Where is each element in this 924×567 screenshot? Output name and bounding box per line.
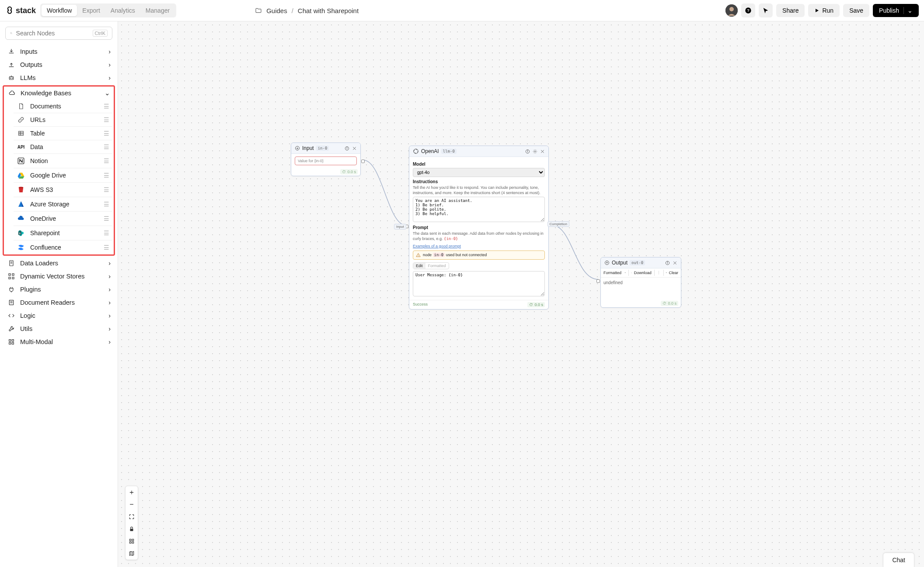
download-button[interactable]: Download [634,271,652,275]
code-icon [7,312,16,319]
folder-icon [255,7,262,14]
cat-logic[interactable]: Logic› [5,309,112,322]
kb-aws-s3[interactable]: AWS S3☰ [14,183,112,197]
svg-rect-23 [9,274,10,275]
close-icon[interactable] [673,261,677,265]
kb-documents[interactable]: Documents☰ [14,100,112,113]
view-tabs: Workflow Export Analytics Manager [40,3,176,17]
input-icon [295,146,300,151]
svg-rect-33 [12,342,14,344]
info-icon[interactable] [525,149,530,154]
tab-export[interactable]: Export [77,5,105,16]
save-button[interactable]: Save [843,4,869,17]
examples-link[interactable]: Examples of a good prompt [413,244,461,248]
tab-workflow[interactable]: Workflow [42,5,77,16]
canvas[interactable]: Input in-0 Value for {in-0} ⏱ 0.0 s Open… [118,21,924,567]
clear-button[interactable]: Clear [669,271,678,275]
kb-notion[interactable]: Notion☰ [14,154,112,168]
grid-button[interactable] [126,535,138,547]
node-input[interactable]: Input in-0 Value for {in-0} ⏱ 0.0 s [291,143,361,176]
warning-icon [416,253,421,257]
input-port[interactable] [596,279,600,283]
breadcrumb: Guides / Chat with Sharepoint [255,7,359,14]
fit-button[interactable] [126,511,138,523]
kb-confluence[interactable]: Confluence☰ [14,240,112,254]
chevron-down-icon: ⌄ [105,90,110,97]
kb-google-drive[interactable]: Google Drive☰ [14,168,112,183]
plugin-icon [7,286,16,293]
cat-data-loaders[interactable]: Data Loaders› [5,257,112,270]
svg-rect-31 [12,340,14,341]
svg-point-4 [10,32,12,34]
cat-llms[interactable]: LLMs› [5,71,112,84]
aws-s3-icon [16,186,26,194]
api-icon: API [16,145,26,150]
chat-button[interactable]: Chat [883,553,914,567]
svg-rect-9 [19,131,24,135]
info-icon[interactable] [665,261,670,265]
grid-icon [7,338,16,345]
table-icon [16,130,26,137]
cat-plugins[interactable]: Plugins› [5,283,112,296]
svg-rect-32 [9,342,11,344]
kb-azure-storage[interactable]: Azure Storage☰ [14,197,112,212]
shortcut-badge: CtrlK [93,30,108,37]
instructions-textarea[interactable]: You are an AI assistant. 1) Be brief. 2)… [413,197,545,222]
cursor-icon [762,7,769,14]
upload-icon [7,61,16,68]
gear-icon[interactable] [533,149,537,154]
timing-badge: ⏱ 0.0 s [661,301,678,306]
node-openai[interactable]: OpenAI llm-0 Model gpt-4o Instructions T… [409,146,549,310]
prompt-textarea[interactable]: User Message: {in-0} [413,271,545,296]
copy-icon[interactable] [625,271,626,275]
warning-banner: node in-0 used but not connected [413,250,545,260]
kb-sharepoint[interactable]: SSharepoint☰ [14,226,112,240]
zoom-in-button[interactable]: ＋ [126,486,138,498]
model-select[interactable]: gpt-4o [413,168,545,177]
cat-inputs[interactable]: Inputs› [5,45,112,58]
cat-dynamic-vector[interactable]: Dynamic Vector Stores› [5,270,112,283]
tab-analytics[interactable]: Analytics [105,5,140,16]
reader-icon [7,299,16,306]
kb-onedrive[interactable]: OneDrive☰ [14,212,112,226]
share-button[interactable]: Share [776,4,805,17]
publish-button[interactable]: Publish ⌄ [873,4,919,17]
cursor-button[interactable] [759,3,773,17]
breadcrumb-folder[interactable]: Guides [266,7,287,14]
help-icon: ? [745,7,752,14]
avatar[interactable] [725,4,738,17]
map-button[interactable] [126,547,138,560]
cat-outputs[interactable]: Outputs› [5,58,112,71]
svg-rect-60 [129,542,131,543]
timing-badge: ⏱ 0.0 s [527,302,545,307]
download-icon [7,48,16,55]
sidebar: CtrlK Inputs› Outputs› LLMs› Knowledge B… [0,21,118,567]
tab-manager[interactable]: Manager [140,5,175,16]
cloud-icon [7,90,16,97]
node-output[interactable]: Output out-0 Formatted Download ⋮ Clear [600,257,681,308]
kb-data[interactable]: APIData☰ [14,140,112,154]
input-value-field[interactable]: Value for {in-0} [295,157,357,165]
cat-multi-modal[interactable]: Multi-Modal› [5,335,112,348]
svg-point-37 [347,147,347,147]
lock-button[interactable] [126,523,138,535]
chevron-right-icon: › [108,48,111,55]
output-port[interactable] [361,160,365,163]
prompt-mode-toggle[interactable]: Edit Formatted [413,262,449,269]
highlight-knowledge-bases: Knowledge Bases⌄ Documents☰ URLs☰ Table☰… [3,85,115,256]
svg-point-1 [729,7,734,11]
search-input[interactable]: CtrlK [5,27,112,40]
close-icon[interactable] [540,149,545,154]
cat-knowledge-bases[interactable]: Knowledge Bases⌄ [6,87,112,100]
close-icon[interactable] [352,146,357,151]
zoom-out-button[interactable]: − [126,498,138,511]
run-button[interactable]: Run [808,4,840,17]
kb-table[interactable]: Table☰ [14,127,112,140]
info-icon[interactable] [345,146,349,151]
document-icon [16,103,26,110]
kb-urls[interactable]: URLs☰ [14,113,112,127]
svg-rect-27 [9,300,13,305]
help-button[interactable]: ? [741,3,755,17]
cat-document-readers[interactable]: Document Readers› [5,296,112,309]
cat-utils[interactable]: Utils› [5,322,112,335]
